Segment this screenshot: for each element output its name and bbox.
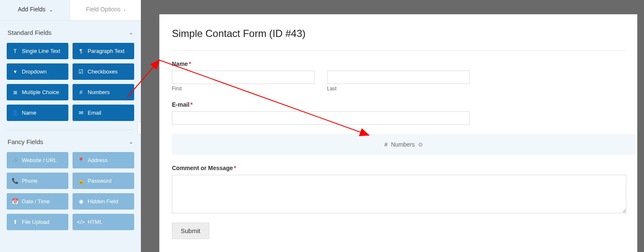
comment-label: Comment or Message* [172, 165, 236, 171]
paragraph-icon: ¶ [78, 48, 84, 54]
field-label: HTML [88, 219, 102, 225]
field-multiple-choice[interactable]: ≣Multiple Choice [7, 84, 68, 100]
required-indicator: * [190, 101, 192, 108]
field-checkboxes[interactable]: ☑Checkboxes [73, 63, 134, 80]
field-hidden-field[interactable]: ◉Hidden Field [73, 193, 134, 210]
chevron-down-icon: ⌄ [129, 29, 133, 36]
field-comment-block: Comment or Message* [172, 164, 626, 215]
field-phone[interactable]: 📞Phone [7, 173, 68, 189]
section-fancy-title: Fancy Fields [8, 138, 43, 145]
field-paragraph-text[interactable]: ¶Paragraph Text [73, 43, 134, 59]
section-standard-title: Standard Fields [8, 29, 52, 36]
dropzone-label: Numbers [391, 141, 415, 148]
field-label: Name [22, 110, 36, 116]
dropdown-icon: ▾ [12, 68, 18, 75]
field-label: Date / Time [22, 198, 49, 205]
fancy-fields-grid: 🔗Website / URL 📍Address 📞Phone 🔒Password… [0, 150, 141, 233]
field-file-upload[interactable]: ⬆File Upload [7, 214, 68, 230]
field-label: Checkboxes [88, 68, 118, 75]
phone-icon: 📞 [12, 178, 18, 184]
html-icon: </> [78, 219, 84, 225]
hash-icon: # [384, 141, 388, 148]
field-label: Dropdown [22, 68, 47, 75]
field-label: Phone [22, 178, 38, 184]
numbers-icon: # [78, 89, 84, 95]
field-email-block: E-mail* [172, 101, 626, 125]
field-numbers[interactable]: #Numbers [73, 84, 134, 100]
field-label: Hidden Field [88, 198, 118, 205]
text-icon: T [12, 48, 18, 54]
sidebar-resize-handle[interactable] [138, 122, 141, 134]
form-canvas: Simple Contact Form (ID #43) Name* First… [159, 14, 637, 252]
field-html[interactable]: </>HTML [73, 214, 134, 230]
name-icon: 👤 [12, 110, 18, 116]
email-input[interactable] [172, 111, 470, 125]
field-label: Email [88, 110, 101, 116]
field-website-url[interactable]: 🔗Website / URL [7, 152, 68, 168]
field-label: Single Line Text [22, 48, 60, 54]
field-name[interactable]: 👤Name [7, 105, 68, 121]
standard-fields-grid: TSingle Line Text ¶Paragraph Text ▾Dropd… [0, 40, 141, 123]
field-name-block: Name* First Last [172, 60, 626, 92]
tab-add-fields-label: Add Fields [18, 6, 45, 13]
form-title: Simple Contact Form (ID #43) [172, 28, 626, 39]
submit-button[interactable]: Submit [172, 223, 209, 239]
email-icon: ✉ [78, 110, 84, 116]
hidden-field-icon: ◉ [78, 198, 84, 205]
address-icon: 📍 [78, 157, 84, 163]
field-label: Password [88, 178, 112, 184]
chevron-right-icon: › [124, 7, 125, 12]
chevron-down-icon: ⌄ [49, 7, 53, 12]
field-label: Multiple Choice [22, 89, 59, 95]
required-indicator: * [234, 165, 236, 171]
checkboxes-icon: ☑ [78, 68, 84, 75]
gear-icon[interactable]: ⚙ [418, 142, 423, 148]
last-name-input[interactable] [327, 71, 470, 84]
file-upload-icon: ⬆ [12, 219, 18, 225]
email-label: E-mail* [172, 101, 192, 108]
date-time-icon: 📅 [12, 198, 18, 205]
website-icon: 🔗 [12, 157, 18, 163]
tab-field-options-label: Field Options [86, 6, 120, 13]
field-dropdown[interactable]: ▾Dropdown [7, 63, 68, 80]
divider [172, 50, 626, 51]
section-standard-fields[interactable]: Standard Fields ⌄ [0, 21, 141, 40]
field-label: Numbers [88, 89, 110, 95]
first-name-sublabel: First [172, 86, 314, 92]
last-name-sublabel: Last [327, 86, 470, 92]
required-indicator: * [189, 60, 191, 67]
field-label: Address [88, 157, 108, 163]
first-name-input[interactable] [172, 71, 314, 84]
sidebar: Add Fields ⌄ Field Options › Standard Fi… [0, 0, 141, 252]
comment-textarea[interactable] [172, 175, 626, 213]
sidebar-tabs: Add Fields ⌄ Field Options › [0, 0, 141, 21]
multiple-choice-icon: ≣ [12, 89, 18, 95]
password-icon: 🔒 [78, 178, 84, 184]
field-date-time[interactable]: 📅Date / Time [7, 193, 68, 210]
tab-add-fields[interactable]: Add Fields ⌄ [0, 0, 70, 20]
name-label: Name* [172, 60, 191, 67]
field-password[interactable]: 🔒Password [73, 173, 134, 189]
section-fancy-fields[interactable]: Fancy Fields ⌄ [0, 130, 141, 150]
tab-field-options[interactable]: Field Options › [70, 0, 141, 20]
field-address[interactable]: 📍Address [73, 152, 134, 168]
chevron-down-icon: ⌄ [129, 139, 133, 145]
field-email[interactable]: ✉Email [73, 105, 134, 121]
field-single-line-text[interactable]: TSingle Line Text [7, 43, 68, 59]
field-label: Paragraph Text [88, 48, 125, 54]
field-label: Website / URL [22, 157, 57, 163]
numbers-dropzone[interactable]: # Numbers ⚙ [172, 134, 636, 155]
field-label: File Upload [22, 219, 49, 225]
